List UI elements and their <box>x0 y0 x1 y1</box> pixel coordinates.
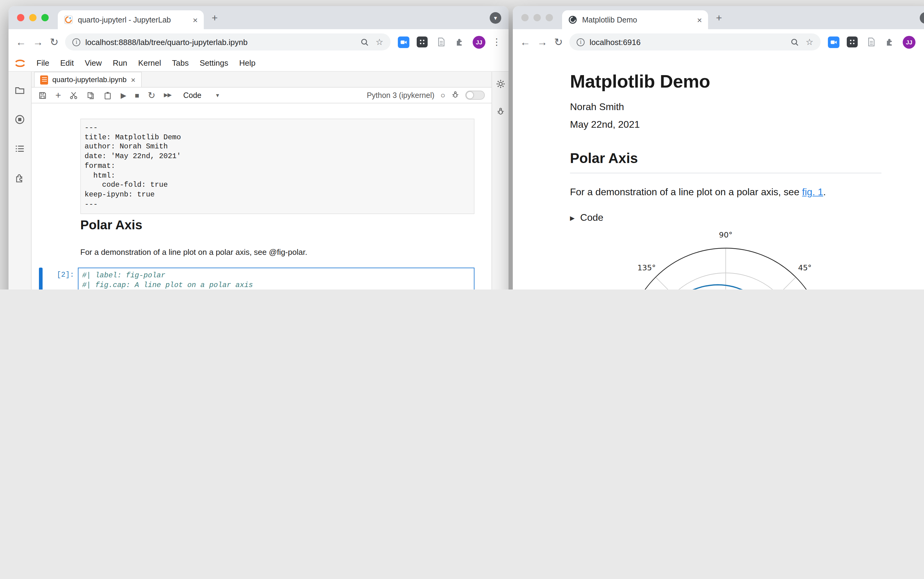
raw-yaml-cell[interactable]: ---title: Matplotlib Demoauthor: Norah S… <box>80 119 474 214</box>
back-button[interactable]: ← <box>16 37 26 47</box>
extensions-puzzle-icon[interactable] <box>884 36 896 48</box>
menu-tabs[interactable]: Tabs <box>167 56 195 70</box>
copy-cells-icon[interactable] <box>87 91 95 100</box>
menu-view[interactable]: View <box>79 56 107 70</box>
browser-tab-preview[interactable]: Matplotlib Demo × <box>562 10 708 29</box>
paste-cells-icon[interactable] <box>104 91 112 100</box>
minimize-window-button[interactable] <box>29 14 36 21</box>
debugger-icon[interactable] <box>451 90 459 100</box>
document-extension-icon[interactable] <box>435 36 447 48</box>
running-kernels-icon[interactable] <box>15 114 25 127</box>
notebook-toolbar: + ▶ ■ ↻ ▶▶ <box>32 88 492 103</box>
right-titlebar[interactable]: Matplotlib Demo × + ▾ <box>513 6 924 29</box>
close-window-button[interactable] <box>521 14 528 21</box>
raw-line: --- <box>85 123 474 133</box>
notebook-tab[interactable]: quarto-jupyterlab.ipynb × <box>34 72 141 87</box>
reload-button[interactable]: ↻ <box>50 37 59 47</box>
figure-link[interactable]: fig. 1 <box>802 187 823 197</box>
code-fold-toggle[interactable]: ▶Code <box>570 212 881 223</box>
code-cell[interactable]: #| label: fig-polar#| fig.cap: A line pl… <box>78 268 474 290</box>
code-line[interactable]: #| label: fig-polar <box>82 271 474 281</box>
code-cell-lines: #| label: fig-polar#| fig.cap: A line pl… <box>82 271 474 290</box>
jupyterlab-browser-window: quarto-jupyterl - JupyterLab × + ▾ ← → ↻… <box>8 6 509 290</box>
debugger-sidebar-icon[interactable] <box>496 107 505 118</box>
code-line[interactable]: #| fig.cap: A line plot on a polar axis <box>82 281 474 290</box>
minimize-window-button[interactable] <box>533 14 541 21</box>
zoom-window-button[interactable] <box>41 14 49 21</box>
bookmark-star-icon[interactable]: ☆ <box>376 37 383 47</box>
save-icon[interactable] <box>38 91 47 100</box>
new-tab-button[interactable]: + <box>212 12 218 25</box>
jupyter-logo <box>14 57 26 69</box>
menu-settings[interactable]: Settings <box>194 56 234 70</box>
raw-cell-lines: ---title: Matplotlib Demoauthor: Norah S… <box>85 123 474 209</box>
notebook-toolbar-toggle[interactable] <box>465 91 485 100</box>
run-cell-icon[interactable]: ▶ <box>121 92 126 99</box>
svg-text:45°: 45° <box>798 263 811 272</box>
address-bar[interactable]: i localhost:6916 ☆ <box>570 33 821 51</box>
polar-figure: 0°45°90°135°180°225°270°315°0.51.01.52.0 <box>570 226 881 290</box>
url-text[interactable]: localhost:6916 <box>590 38 784 47</box>
chevron-down-icon: ▾ <box>494 15 497 21</box>
stop-kernel-icon[interactable]: ■ <box>135 92 139 99</box>
cut-cells-icon[interactable] <box>70 91 78 100</box>
cell-type-dropdown[interactable]: Code ▾ <box>183 91 219 100</box>
property-inspector-gear-icon[interactable] <box>496 79 505 91</box>
grid-extension-icon[interactable] <box>416 36 428 48</box>
search-icon[interactable] <box>358 36 371 48</box>
tab-close-icon[interactable]: × <box>697 15 702 25</box>
url-text[interactable]: localhost:8888/lab/tree/quarto-jupyterla… <box>85 38 354 47</box>
browser-avatar[interactable]: JJ <box>473 36 486 48</box>
back-button[interactable]: ← <box>520 37 530 47</box>
page-title: Matplotlib Demo <box>570 71 881 92</box>
menu-help[interactable]: Help <box>234 56 261 70</box>
forward-button[interactable]: → <box>537 37 548 47</box>
menu-edit[interactable]: Edit <box>55 56 79 70</box>
forward-button[interactable]: → <box>33 37 43 47</box>
menu-file[interactable]: File <box>31 56 55 70</box>
notebook-tab-title: quarto-jupyterlab.ipynb <box>52 75 126 84</box>
file-browser-icon[interactable] <box>15 85 25 98</box>
reload-button[interactable]: ↻ <box>554 37 563 47</box>
video-extension-icon[interactable] <box>827 36 839 48</box>
add-cell-icon[interactable]: + <box>56 90 61 100</box>
raw-line: author: Norah Smith <box>85 142 474 152</box>
execution-prompt: [2]: <box>32 271 74 279</box>
new-tab-button[interactable]: + <box>716 12 722 25</box>
raw-line: title: Matplotlib Demo <box>85 133 474 142</box>
raw-line: html: <box>85 171 474 181</box>
tab-close-icon[interactable]: × <box>193 15 198 25</box>
video-extension-icon[interactable] <box>397 36 409 48</box>
extensions-puzzle-icon[interactable] <box>454 36 466 48</box>
browser-menu-icon[interactable]: ⋮ <box>492 36 501 47</box>
browser-avatar[interactable]: JJ <box>903 36 916 48</box>
menu-kernel[interactable]: Kernel <box>132 56 166 70</box>
search-icon[interactable] <box>789 36 801 48</box>
browser-profile-menu[interactable]: ▾ <box>490 12 501 24</box>
code-fold-label: Code <box>580 212 603 222</box>
document-extension-icon[interactable] <box>865 36 877 48</box>
close-window-button[interactable] <box>17 14 25 21</box>
restart-kernel-icon[interactable]: ↻ <box>148 91 155 100</box>
browser-tab-jupyterlab[interactable]: quarto-jupyterl - JupyterLab × <box>58 10 204 29</box>
browser-profile-menu[interactable]: ▾ <box>920 12 924 24</box>
site-info-icon[interactable]: i <box>577 38 585 46</box>
bookmark-star-icon[interactable]: ☆ <box>806 37 813 47</box>
menu-run[interactable]: Run <box>107 56 133 70</box>
address-bar[interactable]: i localhost:8888/lab/tree/quarto-jupyter… <box>65 33 391 51</box>
browser-menu-icon[interactable]: ⋮ <box>922 36 924 47</box>
table-of-contents-icon[interactable] <box>15 144 25 156</box>
tab-title: Matplotlib Demo <box>582 15 692 24</box>
grid-extension-icon[interactable] <box>846 36 858 48</box>
restart-run-all-icon[interactable]: ▶▶ <box>164 92 171 98</box>
left-titlebar[interactable]: quarto-jupyterl - JupyterLab × + ▾ <box>8 6 509 29</box>
desktop: quarto-jupyterl - JupyterLab × + ▾ ← → ↻… <box>0 0 924 290</box>
site-info-icon[interactable]: i <box>73 38 80 46</box>
notebook-tab-close-icon[interactable]: × <box>131 75 135 84</box>
raw-line: keep-ipynb: true <box>85 190 474 200</box>
kernel-name[interactable]: Python 3 (ipykernel) <box>367 91 434 100</box>
zoom-window-button[interactable] <box>546 14 553 21</box>
extension-manager-icon[interactable] <box>15 173 25 185</box>
notebook-content[interactable]: ---title: Matplotlib Demoauthor: Norah S… <box>32 103 492 290</box>
quarto-rendered-page[interactable]: Matplotlib Demo Norah Smith May 22nd, 20… <box>513 55 924 290</box>
